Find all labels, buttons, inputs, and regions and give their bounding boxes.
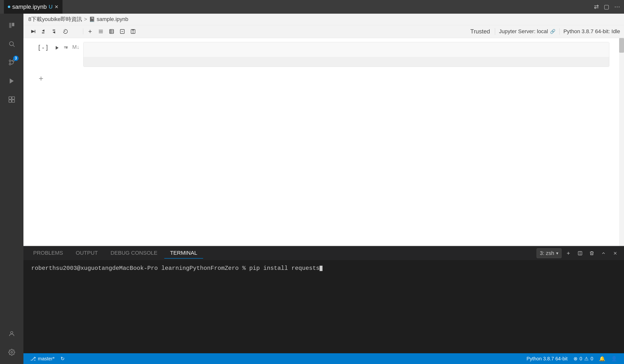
terminal-prompt-line: roberthsu2003@xuguotangdeMacBook-Pro lea… [31,265,616,271]
breadcrumb: 8下載youbike即時資訊 > 📓 sample.ipynb [24,14,624,25]
notebook-icon: 📓 [89,16,95,22]
svg-rect-11 [12,100,14,102]
cell-body-1[interactable] [83,42,609,67]
add-cell-inline-button[interactable] [35,73,47,84]
trusted-indicator[interactable]: Trusted [466,28,495,35]
kill-terminal-button[interactable] [587,248,597,258]
terminal-content[interactable]: roberthsu2003@xuguotangdeMacBook-Pro lea… [24,260,624,353]
svg-point-12 [10,332,13,334]
terminal-dropdown-icon: ▾ [556,251,558,256]
svg-point-4 [9,63,11,65]
svg-marker-16 [42,29,44,32]
terminal-instance-label: 3: zsh [540,250,554,256]
cell-bracket-1: [-] [37,44,49,51]
jupyter-server-indicator[interactable]: Jupyter Server: local 🔗 [495,28,560,35]
terminal-cursor [320,266,322,271]
notebook-scrollbar[interactable] [619,38,624,246]
svg-rect-8 [9,97,11,99]
sidebar-item-search[interactable] [3,35,21,53]
activity-bottom [3,325,21,361]
stop-button[interactable] [71,27,81,36]
svg-rect-0 [9,23,11,28]
tab-unsaved-indicator: U [49,4,52,10]
close-panel-button[interactable] [610,248,620,258]
warning-icon: ⚠ [584,356,589,362]
restart-button[interactable] [61,27,70,36]
svg-point-13 [11,352,13,353]
panel-tabs: PROBLEMS OUTPUT DEBUG CONSOLE TERMINAL 3… [24,246,624,260]
svg-rect-9 [12,97,14,99]
split-editor-button[interactable] [128,27,138,36]
title-bar-actions: ⇄ ▢ ⋯ [594,3,620,10]
cell-run-button-1[interactable] [53,43,61,52]
errors-count: 0 [580,356,582,362]
run-all-button[interactable] [28,27,38,36]
sidebar-item-explorer[interactable] [3,17,21,34]
breadcrumb-filename: sample.ipynb [97,16,129,23]
sidebar-item-run-debug[interactable] [3,72,21,90]
tab-output[interactable]: OUTPUT [70,248,104,259]
notifications-item[interactable]: 🔔 [596,353,608,364]
cell-wrapper-1: [-] M↓ [24,42,624,67]
sidebar-item-extensions[interactable] [3,91,21,108]
sync-item[interactable]: ↻ [58,353,68,364]
activity-bar: 3 [0,14,24,364]
terminal-instance-selector[interactable]: 3: zsh ▾ [537,248,562,258]
errors-item[interactable]: ⊗ 0 ⚠ 0 [571,353,596,364]
svg-marker-7 [10,78,14,84]
git-branch-icon: ⎇ [30,356,36,362]
sync-icon: ↻ [61,356,65,362]
svg-marker-35 [56,46,59,50]
sidebar-item-settings[interactable] [3,343,21,361]
editor-tab[interactable]: sample.ipynb U ✕ [4,0,62,14]
svg-marker-38 [66,47,68,49]
tab-terminal[interactable]: TERMINAL [164,248,203,259]
cell-type-label-1: M↓ [72,44,79,50]
git-branch-label: master* [38,356,55,362]
add-cell-area [24,71,624,86]
source-control-icon[interactable]: ⇄ [594,3,599,10]
scrollbar-thumb[interactable] [619,38,624,53]
bottom-panel: PROBLEMS OUTPUT DEBUG CONSOLE TERMINAL 3… [24,246,624,353]
git-branch-item[interactable]: ⎇ master* [27,353,58,364]
title-bar: sample.ipynb U ✕ ⇄ ▢ ⋯ [0,0,624,14]
cell-run-below-button-1[interactable] [61,43,70,52]
account-status-item[interactable]: 👤 [608,353,620,364]
terminal-prompt-text: roberthsu2003@xuguotangdeMacBook-Pro lea… [31,265,320,271]
warnings-count: 0 [591,356,593,362]
run-above-button[interactable] [39,27,49,36]
tab-close-button[interactable]: ✕ [54,4,59,10]
panel-move-up-button[interactable] [598,248,608,258]
jupyter-link-icon: 🔗 [550,29,555,34]
python-version-item[interactable]: Python 3.8.7 64-bit [524,353,571,364]
toggle-table-button[interactable] [107,27,116,36]
editor-area: 8下載youbike即時資訊 > 📓 sample.ipynb [24,14,624,246]
notifications-icon: 🔔 [599,356,605,362]
layout-icon[interactable]: ▢ [604,3,609,10]
main-layout: 3 8下載youbike即時資訊 > 📓 [0,14,624,364]
account-icon: 👤 [611,356,617,362]
kernel-indicator[interactable]: Python 3.8.7 64-bit: Idle [560,28,624,35]
breadcrumb-separator: > [84,16,87,23]
split-terminal-button[interactable] [575,248,585,258]
add-cell-button[interactable] [85,27,95,36]
run-below-button[interactable] [50,27,60,36]
more-actions-icon[interactable]: ⋯ [614,3,620,10]
tab-problems[interactable]: PROBLEMS [27,248,69,259]
toolbar-separator-1 [83,28,83,34]
error-icon: ⊗ [573,356,578,362]
new-terminal-button[interactable] [563,248,573,258]
clear-outputs-button[interactable] [96,27,106,36]
notebook-content: [-] M↓ [24,38,624,246]
notebook-toolbar [24,25,466,38]
sidebar-item-account[interactable] [3,325,21,342]
collapse-button[interactable] [117,27,127,36]
svg-rect-1 [12,23,14,26]
sidebar-item-source-control[interactable]: 3 [3,54,21,71]
breadcrumb-file[interactable]: 📓 sample.ipynb [89,16,129,23]
cell-code-area-1[interactable] [83,42,609,57]
tab-modified-dot [8,6,10,8]
svg-marker-14 [31,30,35,33]
breadcrumb-folder[interactable]: 8下載youbike即時資訊 [28,16,82,23]
tab-debug-console[interactable]: DEBUG CONSOLE [105,248,163,259]
